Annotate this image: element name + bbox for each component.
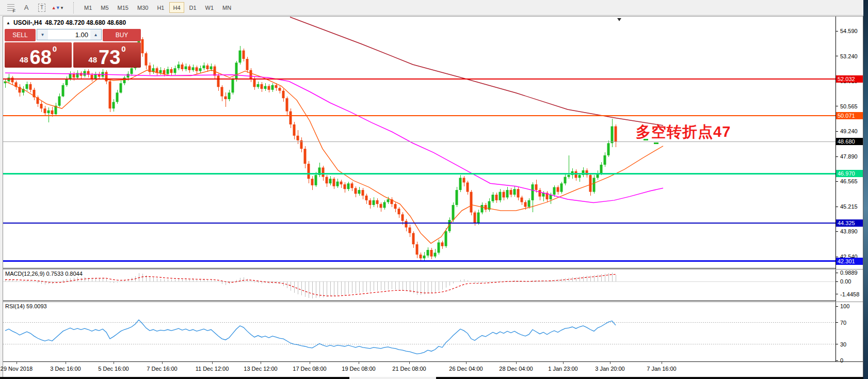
volume-stepper: ▼ ▲ [37, 29, 102, 40]
buy-price-digits: 73 [99, 47, 120, 68]
chart-symbol-header: ▲ USOil-,H4 48.720 48.720 48.680 48.680 [6, 19, 126, 26]
rsi-label: RSI(14) 59.0093 [5, 303, 47, 309]
chart-annotation-text: 多空转折点47 [636, 122, 731, 143]
buy-price-prefix: 48 [88, 55, 97, 64]
symbol-name: USOil-,H4 [13, 19, 42, 26]
taskbar-strip [436, 377, 863, 379]
sell-price-prefix: 48 [20, 55, 28, 64]
desktop-background [863, 0, 868, 379]
buy-button[interactable]: BUY [103, 29, 141, 41]
price-scale[interactable] [836, 16, 863, 377]
sell-button[interactable]: SELL [5, 29, 36, 41]
time-scale[interactable] [3, 362, 835, 377]
one-click-trading-panel: SELL ▼ ▲ BUY 48 68 0 48 73 0 [5, 29, 141, 68]
buy-price-sup: 0 [121, 44, 125, 53]
volume-input[interactable] [48, 29, 90, 40]
ohlc-readout: 48.720 48.720 48.680 48.680 [45, 19, 126, 26]
buy-price-panel[interactable]: 48 73 0 [73, 42, 141, 68]
sell-price-digits: 68 [30, 47, 52, 68]
sell-price-sup: 0 [53, 44, 57, 53]
volume-increase-button[interactable]: ▲ [90, 29, 101, 40]
volume-decrease-button[interactable]: ▼ [37, 29, 48, 40]
up-arrow-icon: ▲ [94, 33, 98, 37]
taskbar-strip [0, 377, 349, 379]
sell-price-panel[interactable]: 48 68 0 [5, 42, 72, 68]
down-arrow-icon: ▼ [41, 33, 45, 37]
collapse-icon[interactable]: ▲ [6, 21, 10, 25]
macd-label: MACD(12,26,9) 0.7533 0.8044 [5, 271, 83, 277]
